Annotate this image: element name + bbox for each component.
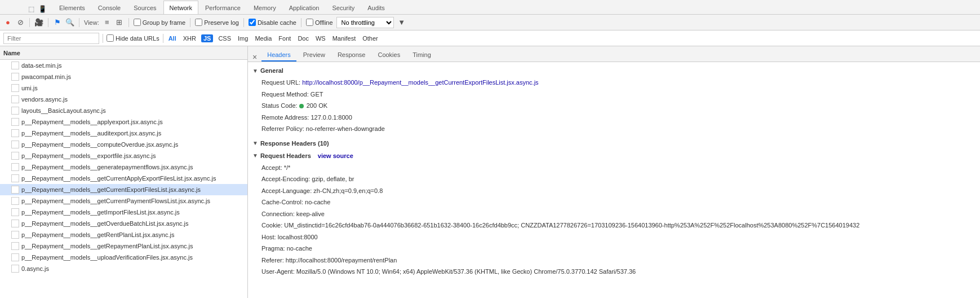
file-item[interactable]: p__Repayment__models__getCurrentApplyExp… <box>0 173 247 184</box>
view-source-link[interactable]: view source <box>318 152 353 159</box>
file-checkbox <box>11 141 19 148</box>
filter-manifest[interactable]: Manifest <box>331 34 358 42</box>
header-key: Accept-Encoding: <box>261 176 312 182</box>
filter-img[interactable]: Img <box>236 34 250 42</box>
grid-view-icon[interactable]: ⊞ <box>115 18 124 27</box>
file-item[interactable]: p__Repayment__models__getCurrentPaymentF… <box>0 195 247 207</box>
filter-xhr[interactable]: XHR <box>181 34 198 42</box>
disable-cache-checkbox[interactable] <box>249 19 256 26</box>
file-item[interactable]: p__Repayment__models__applyexport.jsx.as… <box>0 116 247 128</box>
request-method-value: GET <box>311 91 323 98</box>
tab-performance[interactable]: Performance <box>199 1 247 14</box>
file-name: data-set.min.js <box>21 62 62 69</box>
file-checkbox <box>11 62 19 69</box>
file-checkbox <box>11 186 19 194</box>
file-item[interactable]: p__Repayment__models__getRepaymentPlanLi… <box>0 240 247 252</box>
file-list-header: Name <box>0 46 247 60</box>
file-item[interactable]: p__Repayment__models__uploadVerification… <box>0 252 247 263</box>
tab-network[interactable]: Network <box>163 1 198 14</box>
general-section-header[interactable]: ▼ General <box>248 65 980 76</box>
tab-headers[interactable]: Headers <box>261 49 296 62</box>
file-item[interactable]: p__Repayment__models__generatepaymentflo… <box>0 161 247 173</box>
throttle-select[interactable]: No throttling <box>336 17 394 28</box>
tab-elements[interactable]: Elements <box>53 1 91 14</box>
filter-other[interactable]: Other <box>361 34 380 42</box>
close-details-button[interactable]: × <box>252 52 257 62</box>
tab-response[interactable]: Response <box>332 49 371 62</box>
file-list: data-set.min.jspwacompat.min.jsumi.jsven… <box>0 60 247 274</box>
record-icon[interactable]: ● <box>3 18 12 27</box>
filter-media[interactable]: Media <box>253 34 273 42</box>
header-key: Connection: <box>261 211 296 217</box>
main-content: Name data-set.min.jspwacompat.min.jsumi.… <box>0 46 980 298</box>
tab-audits[interactable]: Audits <box>361 1 391 14</box>
header-key: Accept-Language: <box>261 187 313 194</box>
file-item[interactable]: 0.async.js <box>0 263 247 274</box>
file-item[interactable]: p__Repayment__models__getOverdueBatchLis… <box>0 218 247 229</box>
tab-cookies[interactable]: Cookies <box>372 49 406 62</box>
file-item[interactable]: p__Repayment__models__getRentPlanList.js… <box>0 229 247 240</box>
file-item[interactable]: pwacompat.min.js <box>0 71 247 82</box>
filter-font[interactable]: Font <box>277 34 292 42</box>
disable-cache-toggle[interactable]: Disable cache <box>249 19 296 26</box>
toolbar-divider-4 <box>128 18 129 27</box>
request-headers-label: Request Headers <box>260 152 311 159</box>
file-item[interactable]: layouts__BasicLayout.async.js <box>0 105 247 116</box>
request-headers-section-header[interactable]: ▼ Request Headers view source <box>248 151 980 161</box>
throttle-arrow-icon[interactable]: ▼ <box>397 18 406 27</box>
hide-data-urls-toggle[interactable]: Hide data URLs <box>107 34 159 42</box>
request-url-value[interactable]: http://localhost:8000/p__Repayment__mode… <box>302 79 538 86</box>
preserve-log-toggle[interactable]: Preserve log <box>195 19 239 26</box>
request-headers-body: Accept: */*Accept-Encoding: gzip, deflat… <box>248 161 980 279</box>
inspect-icon[interactable]: ⬚ <box>26 4 36 14</box>
file-checkbox <box>11 84 19 92</box>
filter-input[interactable] <box>3 33 99 44</box>
tab-application[interactable]: Application <box>283 1 326 14</box>
file-item[interactable]: p__Repayment__models__computeOverdue.jsx… <box>0 139 247 150</box>
tab-preview[interactable]: Preview <box>298 49 331 62</box>
file-item[interactable]: p__Repayment__models__getImportFilesList… <box>0 207 247 218</box>
file-name: vendors.async.js <box>21 96 68 103</box>
file-item[interactable]: p__Repayment__models__exportfile.jsx.asy… <box>0 150 247 161</box>
request-header-row: Cookie: UM_distinctid=16c26cfd4bab76-0a4… <box>261 220 966 231</box>
response-headers-section: ▼ Response Headers (10) <box>248 137 980 150</box>
tab-security[interactable]: Security <box>326 1 361 14</box>
request-url-key: Request URL: <box>261 79 300 86</box>
remote-address-row: Remote Address: 127.0.0.1:8000 <box>261 112 966 124</box>
preserve-log-checkbox[interactable] <box>195 19 202 26</box>
camera-icon[interactable]: 🎥 <box>34 18 43 27</box>
file-checkbox <box>11 95 19 103</box>
search-icon[interactable]: 🔍 <box>65 18 74 27</box>
file-item[interactable]: p__Repayment__models__getCurrentExportFi… <box>0 184 247 195</box>
hide-data-urls-checkbox[interactable] <box>107 34 114 42</box>
group-by-frame-checkbox[interactable] <box>134 19 141 26</box>
response-headers-section-header[interactable]: ▼ Response Headers (10) <box>248 138 980 148</box>
filter-all[interactable]: All <box>167 34 178 42</box>
tab-memory[interactable]: Memory <box>247 1 282 14</box>
file-item[interactable]: data-set.min.js <box>0 60 247 71</box>
filter-doc[interactable]: Doc <box>296 34 311 42</box>
file-checkbox <box>11 174 19 182</box>
header-value: zh-CN,zh;q=0.9,en;q=0.8 <box>313 187 383 194</box>
filter-ws[interactable]: WS <box>314 34 327 42</box>
tab-timing[interactable]: Timing <box>407 49 437 62</box>
tab-sources[interactable]: Sources <box>127 1 162 14</box>
device-icon[interactable]: 📱 <box>37 4 47 14</box>
file-checkbox <box>11 231 19 239</box>
filter-js[interactable]: JS <box>201 34 213 42</box>
file-item[interactable]: p__Repayment__models__auditexport.jsx.as… <box>0 128 247 139</box>
tab-console[interactable]: Console <box>92 1 127 14</box>
filter-css[interactable]: CSS <box>216 34 233 42</box>
file-item[interactable]: vendors.async.js <box>0 94 247 105</box>
offline-toggle[interactable]: Offline <box>306 19 333 26</box>
name-column-header: Name <box>3 50 20 56</box>
list-view-icon[interactable]: ≡ <box>103 18 112 27</box>
file-item[interactable]: umi.js <box>0 82 247 94</box>
header-key: Referer: <box>261 257 286 264</box>
top-tabs: ⬚ 📱 Elements Console Sources Network Per… <box>0 0 980 15</box>
offline-checkbox[interactable] <box>306 19 313 26</box>
filter-bar: Hide data URLs All XHR JS CSS Img Media … <box>0 30 980 46</box>
group-by-frame-toggle[interactable]: Group by frame <box>134 19 185 26</box>
clear-icon[interactable]: ⊘ <box>16 18 25 27</box>
filter-icon[interactable]: ⚑ <box>53 18 62 27</box>
